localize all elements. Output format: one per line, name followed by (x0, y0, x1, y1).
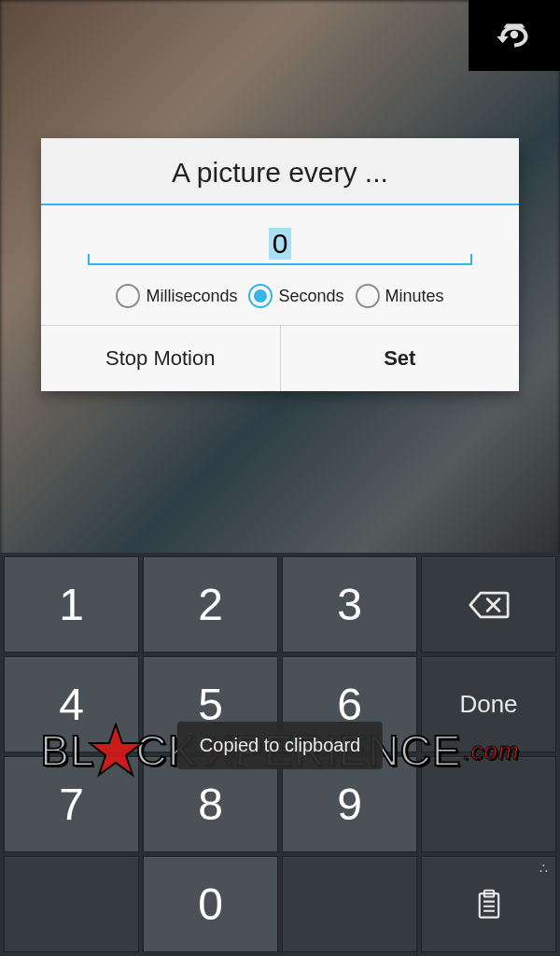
stop-motion-button[interactable]: Stop Motion (41, 326, 280, 391)
more-indicator-icon: ∴ (539, 861, 550, 876)
key-8[interactable]: 8 (143, 756, 278, 852)
interval-value: 0 (269, 228, 292, 260)
svg-point-0 (511, 31, 518, 38)
interval-dialog: A picture every ... 0 Milliseconds Secon… (41, 138, 519, 391)
radio-icon (116, 284, 140, 308)
key-clipboard[interactable]: ∴ (421, 856, 556, 952)
toast-message: Copied to clipboard (177, 722, 383, 769)
key-blank-2 (4, 856, 139, 952)
unit-radio-minutes[interactable]: Minutes (356, 284, 444, 308)
backspace-icon (469, 589, 510, 621)
key-7[interactable]: 7 (4, 756, 139, 852)
key-2[interactable]: 2 (143, 556, 278, 653)
set-button[interactable]: Set (280, 326, 520, 391)
key-3[interactable]: 3 (282, 556, 417, 653)
key-1[interactable]: 1 (4, 556, 139, 653)
radio-icon (356, 284, 380, 308)
camera-switch-icon (491, 12, 538, 59)
key-9[interactable]: 9 (282, 756, 417, 852)
unit-radio-milliseconds[interactable]: Milliseconds (116, 284, 237, 308)
unit-radio-group: Milliseconds Seconds Minutes (41, 271, 519, 325)
radio-label: Milliseconds (146, 287, 237, 306)
unit-radio-seconds[interactable]: Seconds (248, 284, 343, 308)
key-0[interactable]: 0 (143, 856, 278, 952)
radio-icon-selected (248, 284, 273, 308)
switch-camera-button[interactable] (469, 0, 560, 71)
key-done[interactable]: Done (421, 656, 556, 752)
dialog-title: A picture every ... (41, 138, 519, 204)
radio-label: Seconds (278, 287, 343, 306)
key-4[interactable]: 4 (4, 656, 139, 752)
key-blank-1 (421, 756, 556, 852)
key-backspace[interactable] (421, 556, 556, 653)
radio-label: Minutes (385, 287, 444, 306)
key-blank-3 (282, 856, 417, 952)
interval-input[interactable]: 0 (88, 220, 472, 265)
clipboard-icon (473, 889, 505, 921)
